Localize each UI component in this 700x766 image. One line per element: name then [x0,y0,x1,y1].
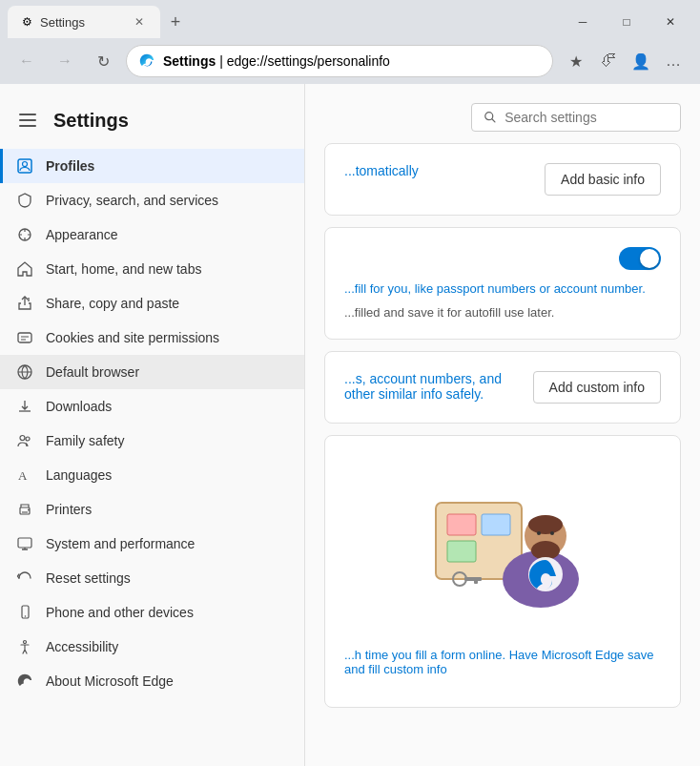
search-bar-area [305,84,700,143]
toggle-section: ...fill for you, like passport numbers o… [324,227,681,340]
profiles-icon [15,156,34,176]
add-basic-info-button[interactable]: Add basic info [545,163,661,196]
svg-point-12 [25,615,27,617]
favorites-icon[interactable]: ★ [561,46,591,76]
svg-text:A: A [18,468,28,483]
svg-rect-3 [18,333,31,342]
search-settings-container [471,103,681,132]
custom-info-row: ...s, account numbers, and other similar… [344,371,661,404]
profile-icon[interactable]: 👤 [626,46,656,76]
svg-point-6 [26,437,30,441]
cookies-icon [15,328,34,347]
toggle-description: ...fill for you, like passport numbers o… [344,281,661,296]
sidebar-item-label: Privacy, search, and services [46,193,218,208]
tab-title: Settings [40,15,124,30]
search-icon [484,110,497,125]
svg-point-13 [24,641,27,644]
sidebar-item-label: Share, copy and paste [46,296,179,311]
add-custom-info-button[interactable]: Add custom info [533,371,661,404]
default-browser-icon [15,362,34,382]
content-sections: ...tomatically Add basic info ...fill fo… [305,143,700,738]
about-icon [15,672,34,691]
sidebar-item-label: Default browser [46,364,139,380]
sidebar-item-label: Cookies and site permissions [46,330,219,345]
edge-logo-icon [138,52,155,70]
fill-link[interactable]: ...fill for you, like passport numbers o… [344,281,646,296]
sidebar-item-label: System and performance [46,536,195,551]
autofill-link[interactable]: ...tomatically [344,163,419,178]
browser-chrome: ⚙ Settings ✕ + ─ □ ✕ ← → ↻ [0,0,700,84]
bottom-link[interactable]: ...h time you fill a form online. Have M… [344,648,653,676]
sidebar-item-system[interactable]: System and performance [0,527,304,561]
sidebar-item-reset[interactable]: Reset settings [0,561,304,595]
tab-bar: ⚙ Settings ✕ + [8,6,189,38]
sidebar-item-label: Start, home, and new tabs [46,261,201,277]
illustration-section: ...h time you fill a form online. Have M… [324,435,681,708]
forward-button[interactable]: → [50,46,80,76]
reset-icon [15,569,34,588]
search-settings-input[interactable] [504,110,669,125]
sidebar-item-label: Printers [46,502,92,517]
collections-icon[interactable]: ⮶ [593,46,624,76]
sidebar-item-downloads[interactable]: Downloads [0,389,304,424]
sidebar-item-printers[interactable]: Printers [0,492,304,527]
sidebar-item-languages[interactable]: A Languages [0,458,304,492]
maximize-button[interactable]: □ [605,7,649,37]
sidebar-item-phone[interactable]: Phone and other devices [0,595,304,630]
hamburger-menu[interactable] [15,107,42,134]
new-tab-button[interactable]: + [162,9,189,35]
svg-point-26 [537,531,541,535]
sidebar-item-default-browser[interactable]: Default browser [0,355,304,389]
address-url: edge://settings/personalinfo [227,53,390,69]
languages-icon: A [15,466,34,485]
custom-link[interactable]: ...s, account numbers, and other similar… [344,371,502,402]
active-tab[interactable]: ⚙ Settings ✕ [8,6,160,38]
svg-point-27 [550,531,554,535]
address-text: Settings | edge://settings/personalinfo [163,53,390,69]
tab-icon: ⚙ [19,14,34,30]
svg-rect-16 [447,514,476,535]
bottom-text: ...h time you fill a form online. Have M… [344,636,661,688]
svg-point-5 [20,436,25,441]
privacy-icon [15,191,34,210]
autofill-toggle[interactable] [619,247,661,270]
tab-close-button[interactable]: ✕ [130,12,149,31]
sidebar-item-family-safety[interactable]: Family safety [0,424,304,458]
family-safety-icon [15,431,34,450]
custom-info-text: ...s, account numbers, and other similar… [344,371,518,402]
sidebar-item-label: Appearance [46,227,118,242]
more-options-icon[interactable]: … [658,46,689,76]
sidebar-item-about[interactable]: About Microsoft Edge [0,664,304,698]
back-button[interactable]: ← [11,46,42,76]
sidebar-item-start-home[interactable]: Start, home, and new tabs [0,252,304,286]
window-controls: ─ □ ✕ [561,7,692,37]
start-home-icon [15,259,34,279]
svg-point-9 [28,509,30,511]
sidebar-item-label: Profiles [46,158,94,174]
toggle-row [344,247,661,270]
address-separator: | [219,53,227,69]
basic-info-text: ...tomatically [344,163,529,178]
printers-icon [15,500,34,519]
illustration-svg [407,474,598,617]
sidebar-item-privacy[interactable]: Privacy, search, and services [0,183,304,217]
sidebar-item-label: Downloads [46,399,112,414]
minimize-button[interactable]: ─ [561,7,605,37]
sidebar-item-appearance[interactable]: Appearance [0,217,304,252]
basic-info-section: ...tomatically Add basic info [324,143,681,216]
address-input[interactable]: Settings | edge://settings/personalinfo [126,45,553,77]
sidebar-item-profiles[interactable]: Profiles [0,149,304,183]
close-window-button[interactable]: ✕ [649,7,692,37]
svg-point-1 [23,162,28,167]
sidebar-item-share[interactable]: Share, copy and paste [0,286,304,321]
sidebar-item-cookies[interactable]: Cookies and site permissions [0,321,304,355]
phone-icon [15,603,34,622]
refresh-button[interactable]: ↻ [88,46,118,76]
downloads-icon [15,397,34,416]
svg-rect-20 [464,577,482,581]
sidebar-item-label: Accessibility [46,639,118,654]
illustration-area [344,455,661,636]
main-content: ...tomatically Add basic info ...fill fo… [305,84,700,766]
svg-rect-18 [482,514,510,535]
sidebar-item-accessibility[interactable]: Accessibility [0,630,304,664]
